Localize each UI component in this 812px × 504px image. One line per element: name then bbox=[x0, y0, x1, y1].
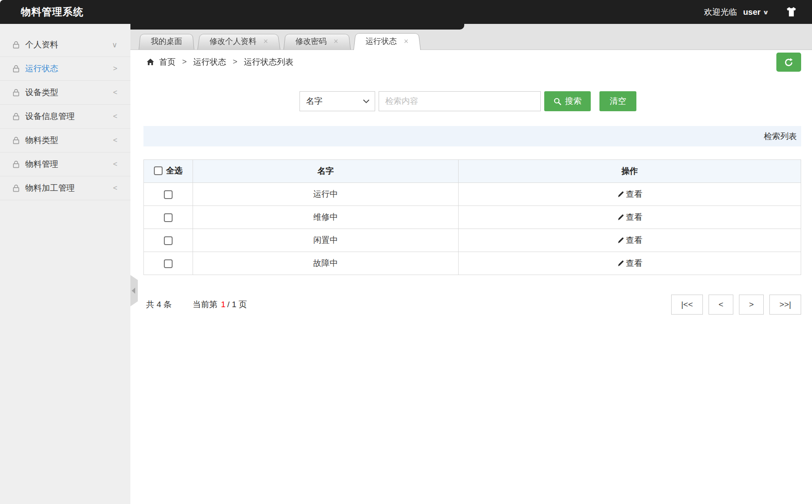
sidebar-item-label: 物料加工管理 bbox=[25, 182, 75, 194]
user-menu[interactable]: user ∨ bbox=[743, 7, 768, 17]
tab-strip: 我的桌面修改个人资料×修改密码×运行状态× bbox=[130, 24, 812, 50]
sidebar-item-设备类型[interactable]: 设备类型< bbox=[0, 81, 130, 105]
list-panel-title: 检索列表 bbox=[764, 131, 797, 142]
sidebar-item-物料管理[interactable]: 物料管理< bbox=[0, 153, 130, 176]
close-icon[interactable]: × bbox=[404, 37, 409, 45]
tab-我的桌面[interactable]: 我的桌面 bbox=[139, 33, 194, 50]
tab-修改个人资料[interactable]: 修改个人资料× bbox=[197, 33, 280, 50]
sidebar-item-chevron-icon: < bbox=[113, 88, 117, 97]
row-checkbox[interactable] bbox=[164, 213, 173, 222]
prev-page-button[interactable]: < bbox=[709, 295, 733, 315]
search-input[interactable] bbox=[379, 91, 541, 111]
chevron-down-icon bbox=[363, 99, 369, 103]
row-name: 维修中 bbox=[193, 206, 459, 229]
tab-label: 我的桌面 bbox=[151, 36, 182, 46]
pencil-icon bbox=[617, 213, 625, 221]
sidebar-item-label: 设备信息管理 bbox=[25, 111, 75, 122]
table-row: 维修中查看 bbox=[144, 206, 801, 229]
results-table: 全选 名字 操作 运行中查看维修中查看闲置中查看故障中查看 bbox=[143, 159, 801, 275]
sidebar-item-label: 个人资料 bbox=[25, 39, 58, 50]
sidebar-item-label: 物料管理 bbox=[25, 159, 58, 170]
chevron-left-icon bbox=[132, 288, 135, 294]
sidebar-collapse-handle[interactable] bbox=[130, 275, 138, 306]
sidebar-item-label: 物料类型 bbox=[25, 135, 58, 146]
header-dark-strip bbox=[130, 24, 464, 30]
breadcrumb-separator: > bbox=[182, 57, 187, 66]
theme-tshirt-icon[interactable] bbox=[785, 7, 797, 17]
clear-button[interactable]: 清空 bbox=[599, 91, 636, 111]
app-header: 物料管理系统 欢迎光临 user ∨ bbox=[0, 0, 812, 24]
view-action-link[interactable]: 查看 bbox=[617, 189, 642, 200]
breadcrumb-item[interactable]: 运行状态 bbox=[193, 56, 226, 68]
list-panel-bar: 检索列表 bbox=[143, 126, 801, 146]
pencil-icon bbox=[617, 259, 625, 267]
search-form: 名字 搜索 清空 bbox=[143, 91, 801, 111]
search-button[interactable]: 搜索 bbox=[544, 91, 591, 111]
tab-修改密码[interactable]: 修改密码× bbox=[283, 33, 351, 50]
refresh-icon bbox=[783, 57, 794, 68]
table-row: 运行中查看 bbox=[144, 183, 801, 206]
next-page-button[interactable]: > bbox=[739, 295, 764, 315]
sidebar-item-物料类型[interactable]: 物料类型< bbox=[0, 129, 130, 153]
sidebar-item-chevron-icon: > bbox=[113, 64, 117, 73]
chevron-down-icon: ∨ bbox=[762, 9, 769, 16]
sidebar-item-个人资料[interactable]: 个人资料∨ bbox=[0, 33, 130, 57]
current-page-text: 当前第1/ 1 页 bbox=[193, 299, 247, 310]
select-all-checkbox[interactable] bbox=[154, 166, 163, 175]
row-checkbox[interactable] bbox=[164, 259, 173, 268]
pagination: 共 4 条 当前第1/ 1 页 |<< < > >>| bbox=[143, 295, 801, 315]
tab-运行状态[interactable]: 运行状态× bbox=[353, 32, 421, 50]
sidebar-item-chevron-icon: < bbox=[113, 136, 117, 145]
row-name: 运行中 bbox=[193, 183, 459, 206]
tab-label: 修改个人资料 bbox=[210, 36, 256, 46]
first-page-button[interactable]: |<< bbox=[671, 295, 703, 315]
sidebar: 个人资料∨运行状态>设备类型<设备信息管理<物料类型<物料管理<物料加工管理< bbox=[0, 24, 130, 504]
sidebar-item-chevron-icon: < bbox=[113, 184, 117, 192]
lock-icon bbox=[12, 160, 20, 169]
view-action-link[interactable]: 查看 bbox=[617, 235, 642, 246]
search-field-value: 名字 bbox=[306, 96, 323, 107]
home-icon bbox=[146, 58, 155, 66]
sidebar-item-设备信息管理[interactable]: 设备信息管理< bbox=[0, 105, 130, 129]
row-checkbox[interactable] bbox=[164, 236, 173, 245]
table-header-row: 全选 名字 操作 bbox=[144, 160, 801, 183]
breadcrumb-item[interactable]: 运行状态列表 bbox=[244, 56, 293, 68]
close-icon[interactable]: × bbox=[334, 37, 339, 45]
lock-icon bbox=[12, 184, 20, 192]
last-page-button[interactable]: >>| bbox=[769, 295, 801, 315]
lock-icon bbox=[12, 136, 20, 145]
refresh-button[interactable] bbox=[776, 53, 801, 72]
sidebar-item-chevron-icon: < bbox=[113, 160, 117, 169]
sidebar-item-运行状态[interactable]: 运行状态> bbox=[0, 57, 130, 81]
welcome-text: 欢迎光临 bbox=[704, 7, 737, 18]
tab-label: 修改密码 bbox=[296, 36, 327, 46]
sidebar-item-label: 运行状态 bbox=[25, 63, 58, 74]
lock-icon bbox=[12, 88, 20, 97]
select-all-header: 全选 bbox=[144, 160, 193, 183]
row-name: 闲置中 bbox=[193, 229, 459, 252]
search-field-select[interactable]: 名字 bbox=[300, 91, 375, 111]
row-checkbox[interactable] bbox=[164, 190, 173, 199]
action-column-header: 操作 bbox=[459, 160, 801, 183]
sidebar-item-物料加工管理[interactable]: 物料加工管理< bbox=[0, 176, 130, 200]
breadcrumb-item[interactable]: 首页 bbox=[159, 56, 176, 68]
row-name: 故障中 bbox=[193, 252, 459, 275]
name-column-header: 名字 bbox=[193, 160, 459, 183]
pencil-icon bbox=[617, 236, 625, 244]
lock-icon bbox=[12, 40, 20, 49]
lock-icon bbox=[12, 112, 20, 121]
view-action-link[interactable]: 查看 bbox=[617, 212, 642, 223]
sidebar-item-label: 设备类型 bbox=[25, 87, 58, 98]
table-row: 故障中查看 bbox=[144, 252, 801, 275]
app-title: 物料管理系统 bbox=[21, 5, 83, 19]
close-icon[interactable]: × bbox=[263, 37, 268, 45]
breadcrumb: 首页>运行状态>运行状态列表 bbox=[130, 50, 812, 74]
username: user bbox=[743, 7, 760, 17]
sidebar-item-chevron-icon: ∨ bbox=[112, 40, 117, 50]
total-count-text: 共 4 条 bbox=[146, 299, 172, 310]
pencil-icon bbox=[617, 190, 625, 198]
current-page-number: 1 bbox=[221, 300, 226, 309]
lock-icon bbox=[12, 64, 20, 73]
search-icon bbox=[553, 97, 562, 106]
view-action-link[interactable]: 查看 bbox=[617, 258, 642, 269]
